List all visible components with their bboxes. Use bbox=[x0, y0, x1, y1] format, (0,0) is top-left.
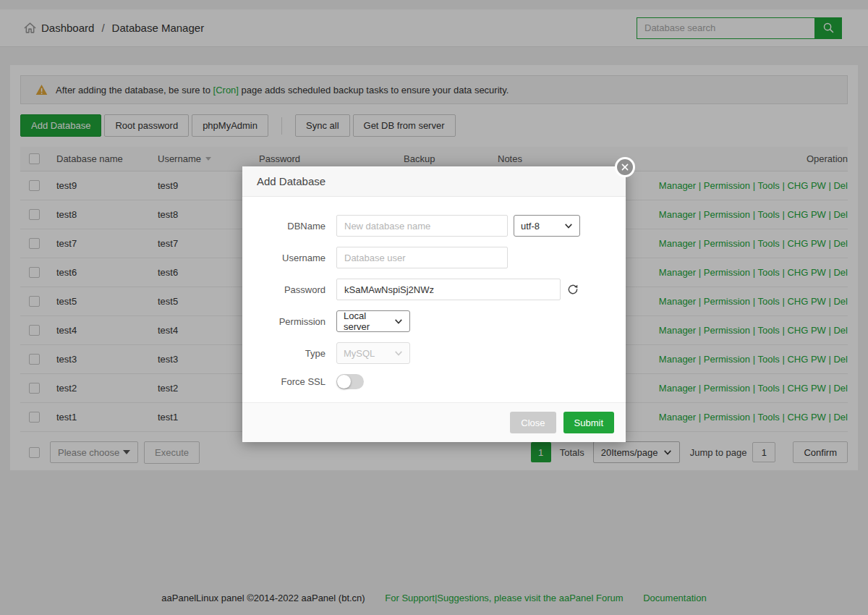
db-username-input[interactable] bbox=[336, 247, 508, 268]
type-select-disabled: MySQL bbox=[336, 342, 410, 364]
permission-label: Permission bbox=[264, 316, 336, 327]
add-database-modal: Add Database DBName utf-8 Username Passw… bbox=[242, 166, 626, 442]
modal-close-btn[interactable]: Close bbox=[510, 412, 556, 433]
dbname-label: DBName bbox=[264, 221, 336, 232]
permission-select[interactable]: Local server bbox=[336, 310, 410, 332]
username-label: Username bbox=[264, 253, 336, 263]
chevron-down-icon bbox=[564, 222, 573, 229]
db-password-input[interactable] bbox=[336, 279, 561, 300]
dbname-input[interactable] bbox=[336, 215, 508, 237]
close-icon bbox=[621, 163, 629, 171]
modal-title: Add Database bbox=[242, 166, 626, 197]
charset-select[interactable]: utf-8 bbox=[514, 215, 580, 237]
modal-body: DBName utf-8 Username Password Permissio… bbox=[242, 197, 626, 402]
modal-close-button[interactable] bbox=[615, 157, 635, 177]
force-ssl-label: Force SSL bbox=[264, 376, 336, 387]
modal-submit-btn[interactable]: Submit bbox=[563, 412, 614, 433]
force-ssl-toggle[interactable] bbox=[336, 374, 364, 389]
type-label: Type bbox=[264, 348, 336, 359]
toggle-knob bbox=[337, 375, 351, 389]
regenerate-password-icon[interactable] bbox=[567, 284, 579, 295]
modal-footer: Close Submit bbox=[242, 402, 626, 442]
chevron-down-icon bbox=[394, 318, 403, 325]
password-label: Password bbox=[264, 284, 336, 295]
chevron-down-icon bbox=[394, 349, 403, 357]
